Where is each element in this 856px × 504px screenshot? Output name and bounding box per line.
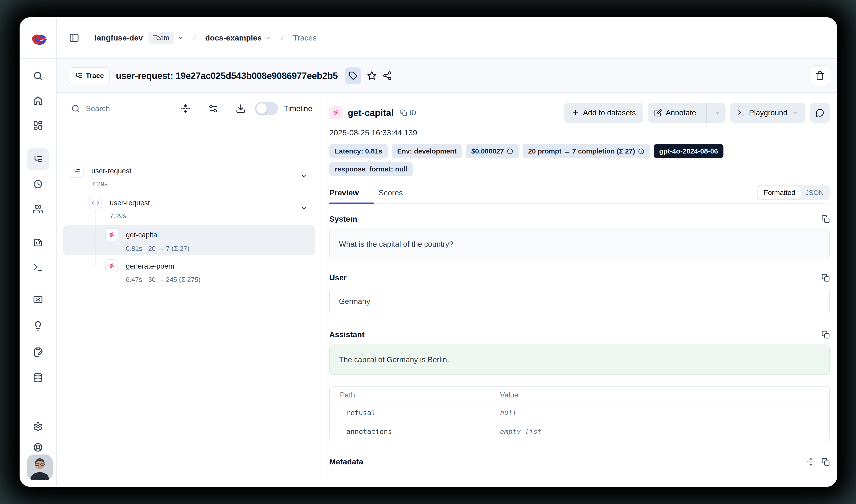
generation-icon <box>332 109 340 117</box>
sidebar-item-settings[interactable] <box>33 421 43 432</box>
format-formatted-option[interactable]: Formatted <box>758 186 801 199</box>
user-section: User Germany <box>329 273 830 315</box>
info-icon[interactable] <box>507 148 513 155</box>
sidebar-item-playground[interactable] <box>33 262 43 272</box>
user-message-box: Germany <box>329 288 830 315</box>
playground-button[interactable]: Playground <box>730 103 805 123</box>
tree-node-meta: 6.47s 30 → 245 (Σ 275) <box>126 276 200 284</box>
copy-icon[interactable] <box>821 274 830 282</box>
breadcrumb-page[interactable]: Traces <box>293 33 317 42</box>
tree-settings-icon[interactable] <box>208 104 218 114</box>
generation-node-icon[interactable] <box>105 259 118 272</box>
star-icon[interactable] <box>367 71 377 81</box>
detail-header: get-capital ID Add to datasets Annotate <box>329 103 830 123</box>
trace-header-bar: Trace user-request: 19e27ac025d543b008e9… <box>57 59 837 93</box>
delete-trace-button[interactable] <box>809 65 830 86</box>
assistant-section: Assistant The capital of Germany is Berl… <box>329 330 830 375</box>
span-node-icon[interactable] <box>89 197 102 210</box>
tree-node-duration: 0.81s <box>126 245 142 252</box>
sidebar-item-home[interactable] <box>33 95 43 106</box>
annotate-button[interactable]: Annotate <box>648 103 702 123</box>
copy-icon[interactable] <box>821 330 830 339</box>
sidebar-item-evaluation[interactable] <box>33 294 43 305</box>
badge-label: Latency: 0.81s <box>335 147 382 155</box>
annotate-split-button[interactable]: Annotate <box>648 103 726 123</box>
button-divider <box>706 103 707 123</box>
collapse-all-icon[interactable] <box>180 104 191 114</box>
copy-icon <box>400 109 407 116</box>
download-icon[interactable] <box>236 104 246 114</box>
timeline-toggle[interactable] <box>255 102 278 115</box>
breadcrumb-section[interactable]: docs-examples <box>205 33 262 42</box>
chevron-down-icon[interactable] <box>300 172 308 180</box>
user-message-text: Germany <box>339 297 370 306</box>
trace-node-icon[interactable] <box>71 165 84 178</box>
sidebar-item-dashboard[interactable] <box>33 120 43 130</box>
user-avatar[interactable] <box>27 454 53 480</box>
generation-icon <box>108 262 115 269</box>
search-input[interactable] <box>85 104 142 113</box>
tree-node-name[interactable]: user-request <box>91 167 131 175</box>
list-tree-icon <box>73 167 81 175</box>
system-message-box: What is the capital of the country? <box>329 229 830 259</box>
tree-connector <box>77 203 89 203</box>
tree-node-name[interactable]: get-capital <box>126 231 159 239</box>
table-cell-path: refusal <box>330 409 500 417</box>
chevron-down-icon[interactable] <box>177 35 184 41</box>
assistant-message-text: The capital of Germany is Berlin. <box>339 355 449 364</box>
badge-label: 20 prompt → 7 completion (Σ 27) <box>528 147 635 155</box>
model-badge[interactable]: gpt-4o-2024-08-06 <box>654 144 724 158</box>
sidebar-item-search[interactable] <box>33 71 43 81</box>
sidebar-item-insights[interactable] <box>33 321 43 331</box>
sidebar-item-prompts[interactable] <box>33 237 43 247</box>
comment-button[interactable] <box>810 103 830 123</box>
tab-scores[interactable]: Scores <box>378 188 403 197</box>
metadata-title: Metadata <box>329 457 363 466</box>
timeline-label: Timeline <box>284 104 312 113</box>
assistant-section-title: Assistant <box>329 330 364 339</box>
table-row: refusal null <box>330 403 829 422</box>
copy-icon[interactable] <box>821 215 830 223</box>
info-icon[interactable] <box>638 148 644 155</box>
chevron-down-icon[interactable] <box>265 35 271 41</box>
sidebar-item-sessions[interactable] <box>33 179 43 189</box>
add-to-datasets-button[interactable]: Add to datasets <box>564 103 643 123</box>
system-section-title: System <box>329 215 357 223</box>
share-icon[interactable] <box>382 71 392 80</box>
tree-node-name[interactable]: generate-poem <box>126 262 174 270</box>
generation-node-icon[interactable] <box>105 228 118 241</box>
chevron-down-icon[interactable] <box>300 204 308 212</box>
copy-id-button[interactable]: ID <box>400 109 416 117</box>
tag-button[interactable] <box>345 68 361 84</box>
langfuse-logo <box>30 33 47 47</box>
system-message-text: What is the capital of the country? <box>339 240 453 249</box>
user-section-title: User <box>329 273 347 282</box>
terminal-icon <box>737 109 745 117</box>
tokens-badge: 20 prompt → 7 completion (Σ 27) <box>522 144 650 158</box>
tree-node-name[interactable]: user-request <box>110 199 150 207</box>
trace-badge-label: Trace <box>86 72 104 79</box>
sidebar-item-tracing[interactable] <box>33 154 43 164</box>
sidebar-item-users[interactable] <box>33 204 43 214</box>
badge-label: response_format: null <box>335 165 407 173</box>
expand-icon[interactable] <box>807 458 815 466</box>
table-cell-path: annotations <box>330 428 500 436</box>
desktop-backdrop: langfuse-dev Team docs-examples Traces T… <box>0 0 856 504</box>
annotate-dropdown-button[interactable] <box>710 103 726 123</box>
tab-preview[interactable]: Preview <box>329 188 374 197</box>
annotate-label: Annotate <box>666 108 696 117</box>
tree-node-duration: 6.47s <box>126 276 142 284</box>
latency-badge: Latency: 0.81s <box>329 144 388 158</box>
table-row: annotations empty list <box>330 422 829 441</box>
sidebar-item-datasets[interactable] <box>33 373 43 383</box>
breadcrumb-project[interactable]: langfuse-dev <box>94 33 143 42</box>
sidebar-item-annotation[interactable] <box>33 347 43 357</box>
breadcrumb-separator <box>279 33 285 42</box>
sidebar-toggle-icon[interactable] <box>69 33 79 43</box>
copy-icon[interactable] <box>821 458 830 466</box>
breadcrumb-separator <box>192 33 197 42</box>
sidebar-item-support[interactable] <box>33 442 43 452</box>
trace-tree: user-request 7.29s user-request 7.29s ge… <box>57 124 321 487</box>
tree-node-meta: 0.81s 20 → 7 (Σ 27) <box>126 245 190 252</box>
format-json-option[interactable]: JSON <box>801 186 828 199</box>
